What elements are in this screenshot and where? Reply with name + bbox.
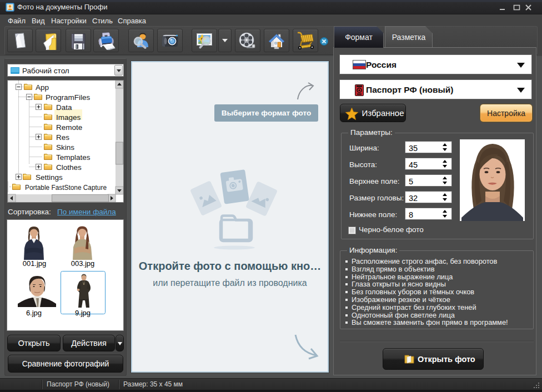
svg-text:App: App: [36, 83, 49, 92]
svg-text:Res: Res: [56, 133, 69, 142]
svg-text:Templates: Templates: [56, 153, 91, 162]
svg-text:Clothes: Clothes: [56, 163, 82, 172]
svg-text:001.jpg: 001.jpg: [23, 259, 47, 268]
svg-text:Data: Data: [56, 103, 72, 112]
svg-text:003.jpg: 003.jpg: [71, 259, 95, 268]
svg-text:6.jpg: 6.jpg: [26, 309, 42, 317]
svg-text:Skins: Skins: [56, 143, 74, 152]
svg-text:Portable FastStone Capture: Portable FastStone Capture: [25, 183, 107, 192]
svg-text:Settings: Settings: [36, 173, 63, 182]
svg-text:Remote: Remote: [56, 123, 82, 132]
svg-text:Images: Images: [56, 113, 81, 122]
svg-text:ProgramFiles: ProgramFiles: [46, 93, 91, 102]
svg-text:9.jpg: 9.jpg: [75, 309, 91, 317]
